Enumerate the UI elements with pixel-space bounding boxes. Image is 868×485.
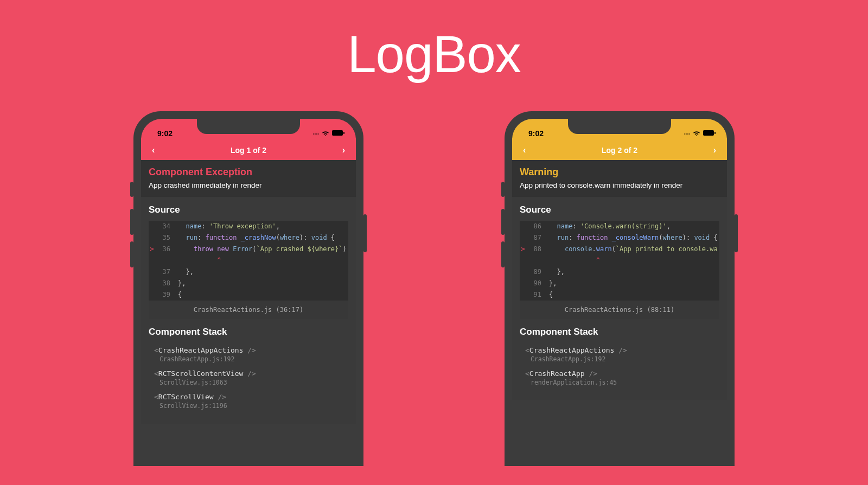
phone-row: 9:02 •••• ‹ Log 1 of 2 › Component Excep… [0,111,868,466]
source-label: Source [141,197,356,221]
side-button [501,209,505,235]
svg-rect-0 [332,130,343,136]
source-file: CrashReactActions.js (88:11) [520,301,719,319]
source-file: CrashReactActions.js (36:17) [149,301,348,319]
log-content: Component Exception App crashed immediat… [141,160,356,424]
phone-warning: 9:02 •••• ‹ Log 2 of 2 › Warning App pr [505,111,735,466]
code-line: 87 run: function _consoleWarn(where): vo… [520,232,719,244]
next-log-button[interactable]: › [339,143,348,157]
svg-rect-3 [714,132,716,134]
code-line: 39{ [149,289,348,301]
svg-rect-1 [343,132,344,134]
log-title-section: Component Exception App crashed immediat… [141,160,356,197]
phone-notch [568,119,671,134]
status-icons: •••• [684,129,716,138]
stack-frame[interactable]: <CrashReactApp />renderApplication.js:45 [520,366,719,390]
wifi-icon [321,129,330,138]
side-button [130,209,133,235]
component-stack: <CrashReactAppActions />CrashReactApp.js… [512,343,727,400]
next-log-button[interactable]: › [710,143,719,157]
log-title-section: Warning App printed to console.warn imme… [512,160,727,197]
code-line: 38}, [149,278,348,289]
side-button [501,182,505,197]
log-counter: Log 1 of 2 [231,146,266,155]
code-line: 34 name: 'Throw exception', [149,221,348,232]
side-button [501,241,505,267]
phone-frame: 9:02 •••• ‹ Log 2 of 2 › Warning App pr [505,111,735,466]
signal-dots-icon: •••• [684,131,690,136]
battery-icon [332,129,345,138]
code-line: ^ [149,255,348,266]
battery-icon [703,129,716,138]
status-icons: •••• [313,129,345,138]
code-line: ^ [520,255,719,266]
phone-error: 9:02 •••• ‹ Log 1 of 2 › Component Excep… [133,111,363,466]
code-line: 89 }, [520,266,719,278]
log-title: Component Exception [149,167,348,178]
log-header: ‹ Log 2 of 2 › [512,141,727,160]
code-line: 86 name: 'Console.warn(string)', [520,221,719,232]
component-stack: <CrashReactAppActions />CrashReactApp.js… [141,343,356,424]
svg-rect-2 [703,130,714,136]
side-button [130,182,133,197]
log-content: Warning App printed to console.warn imme… [512,160,727,400]
code-line: 35 run: function _crashNow(where): void … [149,232,348,244]
code-line: 91{ [520,289,719,301]
log-subtitle: App crashed immediately in render [149,181,348,189]
page-title: LogBox [0,0,868,84]
code-line: >88 console.warn(`App printed to console… [520,244,719,255]
prev-log-button[interactable]: ‹ [520,143,529,157]
source-label: Source [512,197,727,221]
side-button [363,214,367,252]
log-header: ‹ Log 1 of 2 › [141,141,356,160]
log-counter: Log 2 of 2 [602,146,637,155]
log-subtitle: App printed to console.warn immediately … [520,181,719,189]
phone-screen: 9:02 •••• ‹ Log 1 of 2 › Component Excep… [141,119,356,466]
signal-dots-icon: •••• [313,131,319,136]
wifi-icon [692,129,701,138]
side-button [735,214,738,252]
stack-frame[interactable]: <RCTScrollView />ScrollView.js:1196 [149,390,348,413]
stack-frame[interactable]: <CrashReactAppActions />CrashReactApp.js… [520,343,719,366]
side-button [130,241,133,267]
phone-notch [197,119,300,134]
stack-frame[interactable]: <RCTScrollContentView />ScrollView.js:10… [149,366,348,390]
status-time: 9:02 [528,129,544,138]
stack-label: Component Stack [141,319,356,343]
status-time: 9:02 [157,129,173,138]
phone-screen: 9:02 •••• ‹ Log 2 of 2 › Warning App pr [512,119,727,466]
stack-label: Component Stack [512,319,727,343]
phone-frame: 9:02 •••• ‹ Log 1 of 2 › Component Excep… [133,111,363,466]
code-line: 37 }, [149,266,348,278]
prev-log-button[interactable]: ‹ [149,143,158,157]
code-line: >36 throw new Error(`App crashed ${where… [149,244,348,255]
source-code: 86 name: 'Console.warn(string)', 87 run:… [520,221,719,301]
stack-frame[interactable]: <CrashReactAppActions />CrashReactApp.js… [149,343,348,366]
code-line: 90}, [520,278,719,289]
source-code: 34 name: 'Throw exception', 35 run: func… [149,221,348,301]
log-title: Warning [520,167,719,178]
